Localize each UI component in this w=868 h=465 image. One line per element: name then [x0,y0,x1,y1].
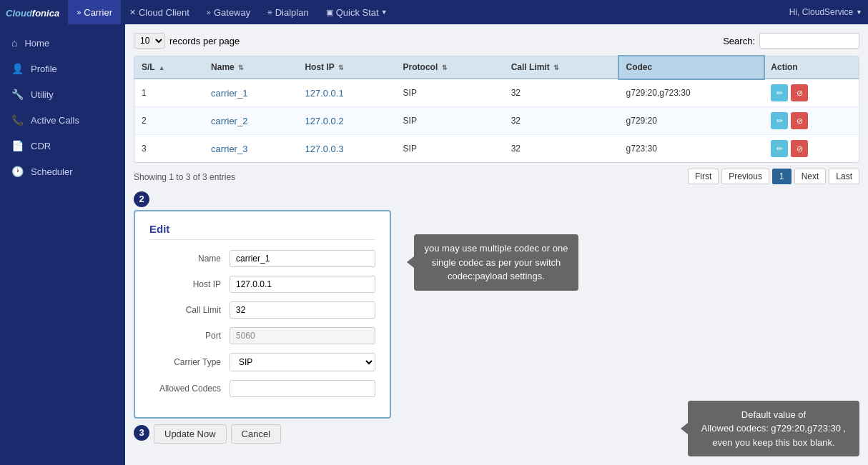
allowed-codecs-input[interactable] [230,380,375,397]
cell-action: ✏ ⊘ [764,79,859,107]
call-limit-input[interactable] [230,301,375,319]
edit-button[interactable]: ✏ [771,140,788,157]
records-row: 10 25 50 records per page Search: [134,33,859,49]
last-page-button[interactable]: Last [829,169,859,184]
cell-sl: 1 [134,79,204,107]
top-navbar: Cloudfonica » Carrier ✕ Cloud Client » G… [0,0,868,24]
codec-tooltip-text: you may use multiple codec or one single… [425,243,568,281]
cell-codec: g729:20 [619,107,764,135]
dialplan-icon: ≡ [267,8,272,16]
table-row: 3 carrier_3 127.0.0.3 SIP 32 g723:30 ✏ ⊘ [134,135,859,163]
sidebar-profile-label: Profile [31,64,57,74]
cell-host-ip: 127.0.0.2 [297,107,395,135]
name-input[interactable] [230,250,375,267]
main-layout: ⌂ Home 👤 Profile 🔧 Utility 📞 Active Call… [0,24,868,465]
cell-action: ✏ ⊘ [764,135,859,163]
nav-quick-stat[interactable]: ▣ Quick Stat ▼ [317,0,396,24]
protocol-sort-icon: ⇅ [442,64,448,71]
content-area: 10 25 50 records per page Search: S/L ▲ … [125,24,868,465]
user-dropdown-icon[interactable]: ▼ [856,9,862,16]
codecs-default-tooltip: Default value ofAllowed codecs: g729:20,… [688,401,859,457]
cell-call-limit: 32 [504,135,619,163]
port-input[interactable] [230,327,375,344]
step2-section: 2 Edit Name Host IP Call Limit [134,191,391,444]
col-call-limit: Call Limit ⇅ [504,56,619,79]
nav-gateway[interactable]: » Gateway [198,0,259,24]
delete-button[interactable]: ⊘ [791,140,808,157]
allowed-codecs-label: Allowed Codecs [149,384,221,394]
table-header-row: S/L ▲ Name ⇅ Host IP ⇅ Protocol ⇅ Call L… [134,56,859,79]
next-page-button[interactable]: Next [794,169,827,184]
nav-cloud-client-label: Cloud Client [139,7,189,18]
pagination: First Previous 1 Next Last [688,169,859,184]
nav-gateway-label: Gateway [214,7,250,18]
host-ip-link[interactable]: 127.0.0.3 [305,144,343,154]
scheduler-icon: 🕐 [11,166,24,177]
cancel-button[interactable]: Cancel [231,424,281,444]
nav-dialplan[interactable]: ≡ Dialplan [259,0,317,24]
cell-host-ip: 127.0.0.3 [297,135,395,163]
delete-button[interactable]: ⊘ [791,112,808,129]
host-ip-link[interactable]: 127.0.0.1 [305,88,343,99]
host-ip-input[interactable] [230,276,375,293]
sidebar-item-profile[interactable]: 👤 Profile [0,56,125,81]
cell-protocol: SIP [396,79,504,107]
user-greeting: Hi, CloudService [789,7,853,17]
carrier-icon: » [77,8,81,16]
search-input[interactable] [759,33,859,49]
cell-name: carrier_1 [204,79,297,107]
page-1-button[interactable]: 1 [772,169,791,184]
col-codec: Codec [619,56,764,79]
host-ip-row: Host IP [149,276,375,293]
nav-dialplan-label: Dialplan [275,7,309,18]
step2-badge: 2 [134,191,149,207]
records-per-page-select[interactable]: 10 25 50 [134,33,165,49]
table-row: 2 carrier_2 127.0.0.2 SIP 32 g729:20 ✏ ⊘ [134,107,859,135]
sidebar-utility-label: Utility [31,89,54,100]
logo-fonica: fonica [32,8,59,19]
cloud-client-icon: ✕ [129,8,136,17]
edit-button[interactable]: ✏ [771,84,788,101]
edit-form-title: Edit [149,223,375,240]
edit-button[interactable]: ✏ [771,112,788,129]
carrier-type-row: Carrier Type SIP IAX2 H323 [149,353,375,371]
delete-button[interactable]: ⊘ [791,84,808,101]
sidebar-item-cdr[interactable]: 📄 CDR [0,133,125,159]
edit-form: Edit Name Host IP Call Limit Port [134,210,391,419]
sl-sort-icon: ▲ [159,64,165,71]
first-page-button[interactable]: First [688,169,719,184]
sidebar-item-active-calls[interactable]: 📞 Active Calls [0,107,125,133]
previous-page-button[interactable]: Previous [721,169,769,184]
nav-cloud-client[interactable]: ✕ Cloud Client [121,0,198,24]
carrier-name-link[interactable]: carrier_2 [211,116,247,126]
sidebar-item-utility[interactable]: 🔧 Utility [0,81,125,107]
carriers-table-container: S/L ▲ Name ⇅ Host IP ⇅ Protocol ⇅ Call L… [134,56,859,163]
sidebar-item-home[interactable]: ⌂ Home [0,30,125,56]
cell-codec: g729:20,g723:30 [619,79,764,107]
records-per-page-label: records per page [169,36,240,46]
sidebar: ⌂ Home 👤 Profile 🔧 Utility 📞 Active Call… [0,24,125,465]
carrier-type-select[interactable]: SIP IAX2 H323 [230,353,375,371]
calllimit-sort-icon: ⇅ [553,64,559,71]
name-row: Name [149,250,375,267]
profile-icon: 👤 [11,63,24,74]
cell-protocol: SIP [396,135,504,163]
carrier-name-link[interactable]: carrier_3 [211,144,247,154]
col-action: Action [764,56,859,79]
carrier-name-link[interactable]: carrier_1 [211,88,247,99]
sidebar-scheduler-label: Scheduler [31,166,73,177]
sidebar-item-scheduler[interactable]: 🕐 Scheduler [0,159,125,184]
host-ip-link[interactable]: 127.0.0.2 [305,116,343,126]
update-now-button[interactable]: Update Now [154,424,227,444]
codec-tooltip-arrow [407,256,414,268]
table-body: 1 carrier_1 127.0.0.1 SIP 32 g729:20,g72… [134,79,859,162]
nav-carrier[interactable]: » Carrier [68,0,121,24]
step3-badge: 3 [134,425,149,441]
cell-sl: 3 [134,135,204,163]
cell-name: carrier_2 [204,107,297,135]
records-per-page-area: 10 25 50 records per page [134,33,240,49]
col-sl: S/L ▲ [134,56,204,79]
gateway-icon: » [207,8,211,16]
allowed-codecs-row: Allowed Codecs [149,380,375,397]
col-host-ip: Host IP ⇅ [297,56,395,79]
